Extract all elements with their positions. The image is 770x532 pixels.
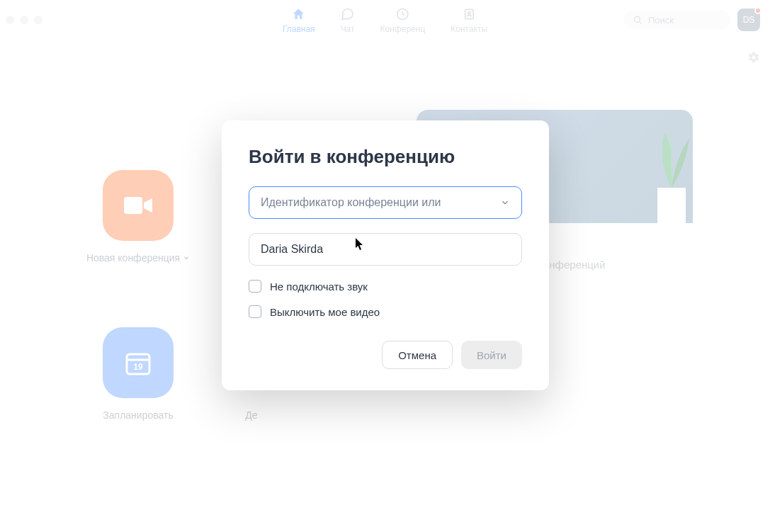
join-button[interactable]: Войти [461, 341, 522, 369]
cancel-button[interactable]: Отмена [382, 341, 453, 369]
audio-checkbox[interactable] [249, 280, 261, 293]
chevron-down-icon [500, 198, 510, 208]
conference-id-select[interactable]: Идентификатор конференции или [249, 186, 522, 219]
conference-id-placeholder: Идентификатор конференции или [261, 196, 441, 209]
modal-title: Войти в конференцию [249, 146, 522, 168]
mouse-cursor [356, 238, 366, 251]
video-checkbox[interactable] [249, 305, 261, 318]
video-checkbox-label: Выключить мое видео [270, 306, 380, 318]
name-field-wrapper [249, 233, 522, 266]
video-checkbox-row[interactable]: Выключить мое видео [249, 305, 522, 318]
audio-checkbox-label: Не подключать звук [270, 281, 368, 293]
audio-checkbox-row[interactable]: Не подключать звук [249, 280, 522, 293]
name-input[interactable] [261, 243, 510, 256]
modal-buttons: Отмена Войти [249, 341, 522, 369]
join-conference-modal: Войти в конференцию Идентификатор конфер… [222, 120, 549, 390]
